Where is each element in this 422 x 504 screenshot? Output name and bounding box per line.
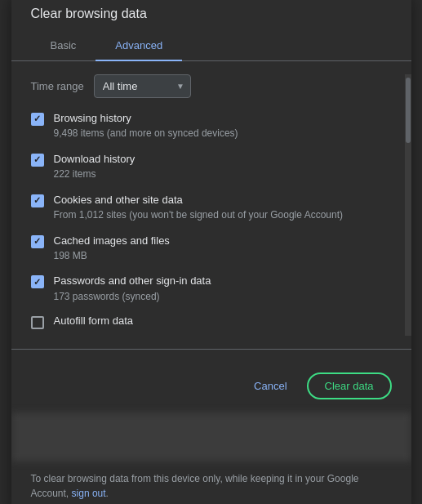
item-subtitle: 222 items <box>54 167 385 181</box>
cancel-button[interactable]: Cancel <box>241 373 300 399</box>
browsing-history-checkbox[interactable]: ✓ <box>31 113 44 126</box>
scrollbar-thumb[interactable] <box>406 78 411 143</box>
scrollbar[interactable] <box>405 74 411 337</box>
blurred-background <box>11 413 411 462</box>
check-icon: ✓ <box>33 195 41 206</box>
check-icon: ✓ <box>33 154 41 165</box>
list-item: ✓ Cached images and files 198 MB <box>31 234 385 263</box>
item-text: Cookies and other site data From 1,012 s… <box>54 193 385 222</box>
footer-suffix: . <box>106 488 109 499</box>
item-text: Download history 222 items <box>54 152 385 181</box>
footer-actions: Cancel Clear data <box>11 363 411 413</box>
item-subtitle: 173 passwords (synced) <box>54 290 385 304</box>
item-title: Cached images and files <box>54 234 385 248</box>
tab-advanced[interactable]: Advanced <box>96 31 182 61</box>
cookies-checkbox[interactable]: ✓ <box>31 194 44 207</box>
check-icon: ✓ <box>33 114 41 124</box>
item-text: Passwords and other sign-in data 173 pas… <box>54 274 385 303</box>
item-subtitle: 9,498 items (and more on synced devices) <box>54 127 385 140</box>
clear-browsing-data-dialog: Clear browsing data Basic Advanced Time … <box>11 0 411 504</box>
item-text: Autofill form data <box>54 314 385 327</box>
item-subtitle: 198 MB <box>54 249 385 263</box>
clear-data-button[interactable]: Clear data <box>307 372 392 399</box>
content-area: Time range Last hour Last 24 hours Last … <box>11 74 405 337</box>
item-title: Browsing history <box>54 111 385 126</box>
autofill-checkbox[interactable] <box>31 316 44 329</box>
list-item: Autofill form data <box>31 314 385 336</box>
sign-out-link[interactable]: sign out <box>72 488 106 499</box>
divider <box>11 349 411 350</box>
download-history-checkbox[interactable]: ✓ <box>31 154 44 167</box>
list-item: ✓ Browsing history 9,498 items (and more… <box>31 111 385 140</box>
list-item: ✓ Cookies and other site data From 1,012… <box>31 193 385 222</box>
cached-images-checkbox[interactable]: ✓ <box>31 235 44 248</box>
check-icon: ✓ <box>33 277 41 288</box>
item-title: Passwords and other sign-in data <box>54 274 385 288</box>
time-range-row: Time range Last hour Last 24 hours Last … <box>31 74 385 98</box>
item-title: Download history <box>54 152 385 167</box>
dialog-body: Time range Last hour Last 24 hours Last … <box>11 61 411 350</box>
time-range-select-wrapper: Last hour Last 24 hours Last 7 days Last… <box>94 74 191 98</box>
item-text: Browsing history 9,498 items (and more o… <box>54 111 385 140</box>
item-text: Cached images and files 198 MB <box>54 234 385 263</box>
item-subtitle: From 1,012 sites (you won't be signed ou… <box>54 208 385 222</box>
time-range-select[interactable]: Last hour Last 24 hours Last 7 days Last… <box>94 74 191 98</box>
tabs-container: Basic Advanced <box>11 31 411 61</box>
item-title: Autofill form data <box>54 314 385 327</box>
tab-basic[interactable]: Basic <box>31 31 96 61</box>
item-title: Cookies and other site data <box>54 193 385 207</box>
list-item: ✓ Download history 222 items <box>31 152 385 181</box>
check-icon: ✓ <box>33 236 41 247</box>
passwords-checkbox[interactable]: ✓ <box>31 275 44 288</box>
dialog-title: Clear browsing data <box>11 0 411 31</box>
list-item: ✓ Passwords and other sign-in data 173 p… <box>31 274 385 303</box>
footer-text: To clear browsing data from this device … <box>11 462 411 504</box>
time-range-label: Time range <box>31 80 84 92</box>
